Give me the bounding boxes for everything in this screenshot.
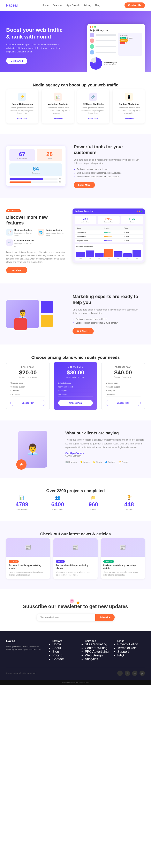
discover-feature-desc: Lorem ipsum dolor sit amet (15, 242, 35, 247)
pricing-card: PREMIUM PLAN $40.00 /MONTH / PER YEAR Un… (101, 362, 145, 410)
marketing-check-item: Velit esse cillum dolore eu fugiat nulla… (73, 322, 145, 324)
news-card: 📰 Hot Tag Pro launch mobile app marketin… (53, 538, 97, 579)
nav-link[interactable]: Blog (95, 4, 100, 7)
newsletter-submit-button[interactable]: Subscribe (95, 614, 115, 621)
hero-cta-button[interactable]: Get Started (6, 58, 27, 64)
footer-col-link[interactable]: FAQ (117, 654, 145, 657)
discover-text: New Features Discover more new features … (6, 209, 66, 273)
testimonial-quote: This is due to their excellent service, … (65, 438, 145, 450)
footer-col-link[interactable]: SEO Marketing (85, 643, 112, 646)
feature-link[interactable]: Learn More (53, 118, 63, 120)
social-icon-button[interactable]: yt (140, 671, 145, 676)
news-image: 📰 (6, 538, 50, 557)
discover-feature-desc: Lorem ipsum dolor sit amet (15, 232, 35, 237)
nav-logo[interactable]: Faceal (6, 3, 18, 7)
discover-badge: New Features (6, 209, 21, 212)
feature-card: ⚡ Speed Optimization Lorem ipsum dolor s… (6, 89, 39, 124)
footer-brand-block: Faceal Lorem ipsum dolor sit amet, conse… (6, 640, 47, 661)
footer-col-link[interactable]: Blog (52, 650, 80, 654)
plan-period: /MONTH / PER YEAR (106, 376, 141, 378)
feature-link[interactable]: Learn More (89, 118, 98, 120)
feature-desc: Lorem ipsum dolor sit amet consectetur a… (9, 106, 35, 115)
hero-description: Complete the description nonid sit amet,… (6, 43, 67, 54)
mockup-progress-ring: 80% (90, 57, 102, 70)
feature-card: 📱 Content Marketing Lorem ipsum dolor si… (112, 89, 145, 124)
stat-label: Projects (78, 508, 109, 511)
news-image: 📰 (101, 538, 145, 557)
tools-image: 67 Projects Done 28 Clients 64 Campaigns… (6, 146, 66, 186)
nav-link[interactable]: Features (53, 4, 62, 7)
hero-headline: Boost your web traffic & rank with nonid (6, 27, 67, 40)
footer-col-link[interactable]: Support (117, 650, 145, 654)
brand-logo: 💡 Lumex (80, 461, 90, 463)
marketing-cta-button[interactable]: Get Started (73, 328, 94, 334)
tools-checklist: Proin eget lacus a purus sed lacusDuis a… (74, 168, 145, 178)
footer-col-link[interactable]: Terms of Use (117, 646, 145, 650)
discover-feature-desc: Lorem ipsum dolor sit amet (46, 232, 67, 237)
marketing-description: Duis aute irure dolor in reprehenderit i… (73, 308, 145, 315)
feature-desc: Lorem ipsum dolor sit amet consectetur a… (116, 106, 142, 115)
hero-section: Boost your web traffic & rank with nonid… (0, 11, 151, 72)
pricing-card: BASIC PLAN $20.00 /MONTH / PER YEAR Unli… (6, 362, 50, 410)
news-image: 📰 (53, 538, 97, 557)
feature-link[interactable]: Learn More (17, 118, 27, 120)
news-title: Check out our latest news & articles (6, 531, 145, 537)
news-desc: There are many reasons why lorem ipsum d… (9, 571, 48, 577)
footer-col-list: SEO MarketingContent WritingPPC Advertis… (85, 643, 112, 661)
footer-col-link[interactable]: Pricing (52, 654, 80, 657)
footer-col-link[interactable]: About (52, 646, 80, 650)
pricing-card: MEDIUM PLAN $30.00 /MONTH / PER YEAR Unl… (54, 362, 97, 410)
tools-stat2: 28 (39, 151, 60, 157)
testimonial-section: 👨‍💼 ★ What our clients are saying This i… (0, 421, 151, 478)
plan-label: PREMIUM PLAN (106, 366, 141, 368)
footer-col-link[interactable]: Home (52, 643, 80, 646)
stat-item: 👥 6400 Subscribers (42, 495, 74, 511)
features-grid: ⚡ Speed Optimization Lorem ipsum dolor s… (6, 89, 145, 124)
news-tag: Latest Tag (103, 560, 114, 563)
footer-col-link[interactable]: PPC Advertising (85, 650, 112, 654)
pricing-feature: 10 Projects (58, 389, 93, 393)
discover-feature-icon: 📈 (6, 229, 13, 236)
nav-link[interactable]: App Growth (66, 4, 79, 7)
footer-col-link[interactable]: Contact (52, 657, 80, 661)
plan-choose-button[interactable]: Choose Plan (106, 400, 141, 406)
footer-column-explore: ExploreHomeAboutBlogPricingContact (52, 640, 80, 661)
marketing-section: 👨‍💼 Marketing experts are ready to help … (0, 283, 151, 344)
news-card: 📰 Latest Tag Pro launch mobile app marke… (101, 538, 145, 579)
feature-icon: ⚡ (18, 93, 26, 101)
news-grid: 📰 Topic Tag Pro launch mobile app market… (6, 538, 145, 579)
agency-section: Nodin agency can boost up your web traff… (0, 72, 151, 134)
social-icon-button[interactable]: t (125, 671, 130, 676)
plan-choose-button[interactable]: Choose Plan (58, 400, 93, 406)
pricing-feature: Technical Support (58, 385, 93, 389)
plan-period: /MONTH / PER YEAR (10, 376, 45, 378)
footer-col-link[interactable]: Privacy Policy (117, 643, 145, 646)
discover-cta-button[interactable]: Learn More (6, 267, 27, 273)
nav-cta-button[interactable]: Contact Us (125, 2, 145, 8)
nav-link[interactable]: Home (42, 4, 49, 7)
newsletter-email-input[interactable] (36, 614, 96, 621)
testimonial-text-block: What our clients are saying This is due … (65, 431, 145, 463)
stat-icon: 👥 (42, 495, 74, 500)
nav-links: HomeFeaturesApp GrowthPricingBlog (42, 4, 100, 7)
stats-grid: 📊 4789 Impressions 👥 6400 Subscribers 📁 … (6, 495, 145, 511)
discover-feature-item: 📈 Business Strategy Lorem ipsum dolor si… (6, 229, 35, 237)
testimonial-role: CEO at Company (65, 455, 145, 457)
plan-features: Unlimited usersTechnical Support10 Proje… (58, 381, 93, 397)
tools-section: 67 Projects Done 28 Clients 64 Campaigns… (0, 134, 151, 198)
nav-link[interactable]: Pricing (84, 4, 91, 7)
tools-cta-button[interactable]: Learn More (74, 182, 95, 188)
social-icon-button[interactable]: f (117, 671, 123, 676)
news-card: 📰 Topic Tag Pro launch mobile app market… (6, 538, 50, 579)
pricing-feature: Technical Support (106, 385, 141, 389)
navbar: Faceal HomeFeaturesApp GrowthPricingBlog… (0, 0, 151, 11)
footer-col-link[interactable]: Web Design (85, 654, 112, 657)
plan-choose-button[interactable]: Choose Plan (10, 400, 45, 406)
footer-copyright: © 2023 Faceal. All Rights Reserved. (6, 672, 36, 674)
check-item: Duis aute irure dolor in reprehenderit i… (74, 172, 145, 174)
footer-col-link[interactable]: Analytics (85, 657, 112, 661)
footer-col-link[interactable]: Content Writing (85, 646, 112, 650)
social-icon-button[interactable]: in (132, 671, 137, 676)
feature-link[interactable]: Learn More (124, 118, 134, 120)
hero-image-block: Project Honeycomb (72, 24, 145, 72)
